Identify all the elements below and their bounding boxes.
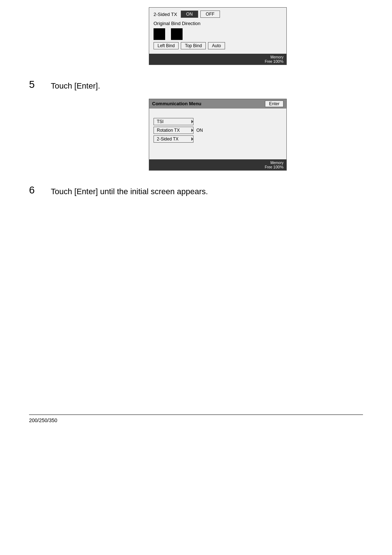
bind-buttons-row: Left Bind Top Bind Auto (154, 42, 282, 49)
step6-row: 6 Touch [Enter] until the initial screen… (29, 185, 363, 197)
comm-panel-header: Communication Menu Enter (149, 99, 286, 109)
original-bind-label: Original Bind Direction (154, 21, 282, 26)
panel1-footer: Memory Free 100% (149, 54, 286, 65)
bind-icons-row (154, 28, 282, 40)
step5-number: 5 (29, 79, 47, 90)
two-sided-tx-row: 2-Sided TX ON OFF (154, 11, 282, 18)
step6-text: Touch [Enter] until the initial screen a… (51, 185, 208, 197)
left-bind-icon (154, 28, 165, 40)
comm-panel-body: TSI Rotation TX ON 2-Sided TX (149, 109, 286, 159)
comm-panel-footer: Memory Free 100% (149, 159, 286, 170)
step5-row: 5 Touch [Enter]. (29, 79, 363, 91)
rotation-tx-row: Rotation TX ON (154, 127, 282, 134)
comm-panel-title: Communication Menu (152, 101, 201, 106)
footer-line: 200/250/350 (29, 415, 363, 424)
tsi-label: TSI (154, 118, 193, 125)
two-sided-tx-comm-label: 2-Sided TX (154, 135, 193, 143)
rotation-tx-value: ON (196, 128, 203, 133)
auto-button[interactable]: Auto (208, 42, 225, 49)
bind-direction-panel: 2-Sided TX ON OFF Original Bind Directio… (149, 7, 287, 65)
step5-text: Touch [Enter]. (51, 79, 100, 91)
enter-button[interactable]: Enter (265, 101, 283, 107)
top-bind-icon (171, 28, 183, 40)
step6-number: 6 (29, 185, 47, 195)
communication-menu-panel: Communication Menu Enter TSI Rotation TX… (149, 99, 287, 171)
memory-percent: 100% (273, 59, 283, 64)
top-bind-button[interactable]: Top Bind (181, 42, 206, 49)
left-bind-button[interactable]: Left Bind (154, 42, 179, 49)
comm-memory-percent: 100% (273, 165, 283, 169)
tsi-row: TSI (154, 118, 282, 125)
two-sided-tx-comm-row: 2-Sided TX (154, 135, 282, 143)
off-button[interactable]: OFF (200, 11, 220, 18)
footer-text: 200/250/350 (29, 417, 57, 423)
on-button[interactable]: ON (181, 11, 198, 18)
rotation-tx-label: Rotation TX (154, 127, 193, 134)
two-sided-label: 2-Sided TX (154, 12, 177, 17)
